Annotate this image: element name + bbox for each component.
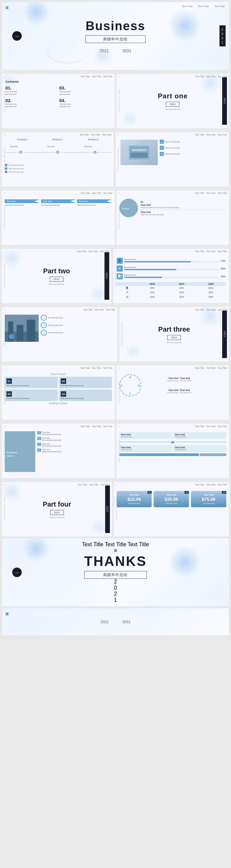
text-item-body2: Text text text text text text xyxy=(141,214,227,216)
table-row: 👤 25% 45% 85% xyxy=(117,286,226,290)
td-10: 10% xyxy=(138,290,167,295)
thanks-center: THANKS 高级年中总结 xyxy=(84,554,147,579)
thanks-main: THANKS xyxy=(84,554,147,569)
part-two-year: 2021 xyxy=(50,277,63,282)
timeline-dot-3 xyxy=(94,151,96,154)
np-text-02: Text text text text text text xyxy=(61,384,110,387)
prog-val: 70% xyxy=(221,260,226,262)
td-15: 15% xyxy=(138,295,167,299)
flag-item-2: Your text Text text text text text xyxy=(41,199,76,206)
num-item-1: 1 Text text text text xyxy=(160,140,180,144)
arrow-icon: ◀▶ xyxy=(170,440,175,444)
vert-year-badge: 2021 xyxy=(222,311,227,358)
svg-text:BUSINESS: BUSINESS xyxy=(132,149,147,152)
slide-topbar: ≡ Text Title Text Title Text Title xyxy=(4,309,115,311)
main-title: Business xyxy=(85,19,145,33)
menu-icon-thanks: ≡ xyxy=(114,548,117,554)
price-value-2: $35.99 xyxy=(156,497,187,502)
circle-text-3: Text text text text xyxy=(48,332,63,334)
td-icon: 👤 xyxy=(117,286,138,290)
contents-title: Contents xyxy=(5,80,111,83)
blob-decor xyxy=(124,343,141,360)
price-card-2: Your text $35.99 Text text text 02 xyxy=(154,491,189,507)
logo-circle-thanks: — xyxy=(12,568,22,577)
city-content: 1 Text text text text 2 Text text text t… xyxy=(5,315,115,342)
contents-item-03: 03. Text text texttext text text xyxy=(59,85,111,96)
timeline-slide: ≡ Text Title Text Title Text Title Produ… xyxy=(2,132,114,186)
tl-text-2: Text text xyxy=(47,145,55,147)
nav-item-3: Text Title xyxy=(128,541,149,547)
np-item-02: 02 Text text text text text text xyxy=(59,377,112,388)
td-25: 25% xyxy=(138,286,167,290)
item-num: 04. xyxy=(59,98,111,103)
menu-icon-small: ≡ xyxy=(4,367,5,369)
prog-label: Text text text xyxy=(124,266,219,268)
biz-img-svg: BUSINESS xyxy=(129,146,149,159)
prod3: Product 3 xyxy=(88,138,98,141)
abcd-circle: A B C D xyxy=(119,374,141,396)
menu-icon-small: ≡ xyxy=(4,309,5,311)
contents-item-04: 04. Text text texttext text text xyxy=(59,98,111,108)
list-item: Text text text text xyxy=(5,164,111,166)
bottom-arrows xyxy=(119,453,227,456)
abcd-tl: Your textText text text xyxy=(167,377,178,382)
contents-grid: 01. Text text texttext text text 03. Tex… xyxy=(5,85,111,108)
price-sub-3: Text text text xyxy=(193,502,224,505)
prog-area: Text text text xyxy=(124,258,219,263)
nav-labels: Text Title Text Title Text Title xyxy=(195,367,227,369)
nav-labels: Text Title Text Title Text Title xyxy=(195,484,227,486)
np-num-02: 02 xyxy=(61,378,66,384)
pricing-slide: ≡ Text Title Text Title Text Title Your … xyxy=(114,482,229,536)
abcd-center: A B C D xyxy=(119,374,141,396)
text-list: 01 Your text Text text text text text te… xyxy=(141,201,227,216)
part-four-desc: Text text text text xyxy=(49,516,64,518)
logo-dash: — xyxy=(15,571,19,574)
text-col: A Your textText text text text text B Yo… xyxy=(37,431,112,472)
flag-row: Your text Text text text text text Your … xyxy=(5,199,112,206)
ep-label: Existing Products xyxy=(5,402,112,405)
menu-icon-small: ≡ xyxy=(4,251,5,253)
circle-text-2: Text text text text xyxy=(48,324,63,326)
np-num-03: 03 xyxy=(6,391,12,397)
footer-year2: 3031 xyxy=(122,620,131,624)
price-label-2: Your text xyxy=(156,494,187,496)
circle-num-3: 3 xyxy=(41,330,47,336)
menu-icon: ≡ xyxy=(5,5,8,11)
text-item-body: Text text text text text text text text … xyxy=(141,206,227,209)
flag-body-2: Text text text text text xyxy=(41,204,76,206)
slide-topbar: ≡ Text Title Text Title Text Title xyxy=(119,192,227,194)
slide-topbar: ≡ Text Title Text Title Text Title xyxy=(4,250,109,253)
part-four-year: 2021 xyxy=(50,510,64,515)
top-nav: Text Title Text Title Text Title xyxy=(82,541,149,548)
city-image xyxy=(5,315,39,342)
nav-labels: Text Title Text Title Text Title xyxy=(195,192,227,194)
icon-prog-1: 👤 Text text text 70% xyxy=(117,258,226,264)
vert-year-badge: 2021 xyxy=(104,252,109,300)
list-text: Text text text text xyxy=(8,171,24,173)
circle-text-1: Text text text text xyxy=(48,317,63,319)
list-text: Text text text text xyxy=(8,167,24,170)
svg-text:People: People xyxy=(122,208,130,210)
footer-year1: 2021 xyxy=(100,620,109,624)
text-C: Your textText text text text text xyxy=(42,443,61,447)
price-label-1: Your text xyxy=(119,494,150,496)
circle-img-svg: People xyxy=(119,199,138,217)
nav-labels: Text Title Text Title Text Title xyxy=(80,425,112,428)
handshake-slide: ≡ Text Title Text Title Text Title Busin… xyxy=(2,424,115,478)
title-center: Business 高级年中总结 xyxy=(85,19,145,43)
nav-labels: Text Title Text Title Text Title xyxy=(195,250,227,253)
nav-labels: Text Title Text Title Text Title xyxy=(79,134,111,136)
np-grid: 01 Text text text text text text 02 Text… xyxy=(5,377,112,401)
num-arrow-list: Your text Text text text Your text Text … xyxy=(119,432,227,452)
logo-circle xyxy=(12,31,22,41)
slide-topbar: ≡ Text Title Text Title Text Title xyxy=(119,75,227,78)
part-one-content: Part one 2021 Text text text text xyxy=(154,74,191,128)
menu-icon-small: ≡ xyxy=(4,76,5,78)
nav-item-2: Text Title xyxy=(198,5,209,8)
arrow-line xyxy=(176,442,226,442)
flag-tag-1: Your text xyxy=(5,199,40,203)
table-row: 📊 15% 40% 55% xyxy=(117,295,226,299)
text-item-C: C Your textText text text text text xyxy=(37,443,112,447)
price-value-3: $75.99 xyxy=(193,497,224,502)
text-item-label2: Your text xyxy=(141,211,227,213)
